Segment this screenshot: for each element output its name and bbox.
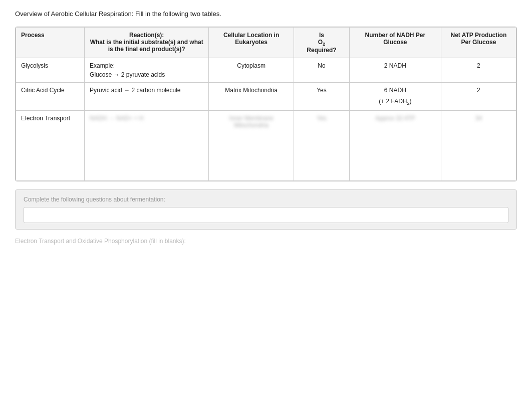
et-process: Electron Transport [16,110,85,180]
footer-text: Electron Transport and Oxidative Phospho… [15,238,517,245]
page-title: Overview of Aerobic Cellular Respiration… [15,10,517,18]
citric-process: Citric Acid Cycle [16,83,85,110]
bottom-bar: Complete the following questions about f… [15,189,517,230]
et-o2: Yes [294,110,349,180]
et-location: Inner Membrane Mitochondria [209,110,294,180]
citric-reaction: Pyruvic acid → 2 carbon molecule [85,83,209,110]
glycolysis-o2: No [294,58,349,83]
et-nadh: Approx 32 ATP [349,110,441,180]
table-row: Citric Acid Cycle Pyruvic acid → 2 carbo… [16,83,516,110]
table-row: Electron Transport NADH → NAD+ + H Inner… [16,110,516,180]
citric-atp: 2 [441,83,516,110]
citric-nadh: 6 NADH (+ 2 FADH2) [349,83,441,110]
citric-location: Matrix Mitochondria [209,83,294,110]
table-row: Glycolysis Example: Glucose → 2 pyruvate… [16,58,516,83]
header-location: Cellular Location in Eukaryotes [209,28,294,58]
header-nadh: Number of NADH Per Glucose [349,28,441,58]
header-o2: Is O2 Required? [294,28,349,58]
et-atp: 34 [441,110,516,180]
main-table-wrapper: Process Reaction(s): What is the initial… [15,27,517,181]
glycolysis-location: Cytoplasm [209,58,294,83]
header-reaction: Reaction(s): What is the initial substra… [85,28,209,58]
glycolysis-process: Glycolysis [16,58,85,83]
header-atp: Net ATP Production Per Glucose [441,28,516,58]
header-process: Process [16,28,85,58]
glycolysis-atp: 2 [441,58,516,83]
glycolysis-reaction: Example: Glucose → 2 pyruvate acids [85,58,209,83]
bottom-input-area[interactable] [24,207,508,223]
et-reaction: NADH → NAD+ + H [85,110,209,180]
respiration-table: Process Reaction(s): What is the initial… [16,27,516,181]
glycolysis-nadh: 2 NADH [349,58,441,83]
bottom-bar-title: Complete the following questions about f… [24,196,508,203]
citric-o2: Yes [294,83,349,110]
